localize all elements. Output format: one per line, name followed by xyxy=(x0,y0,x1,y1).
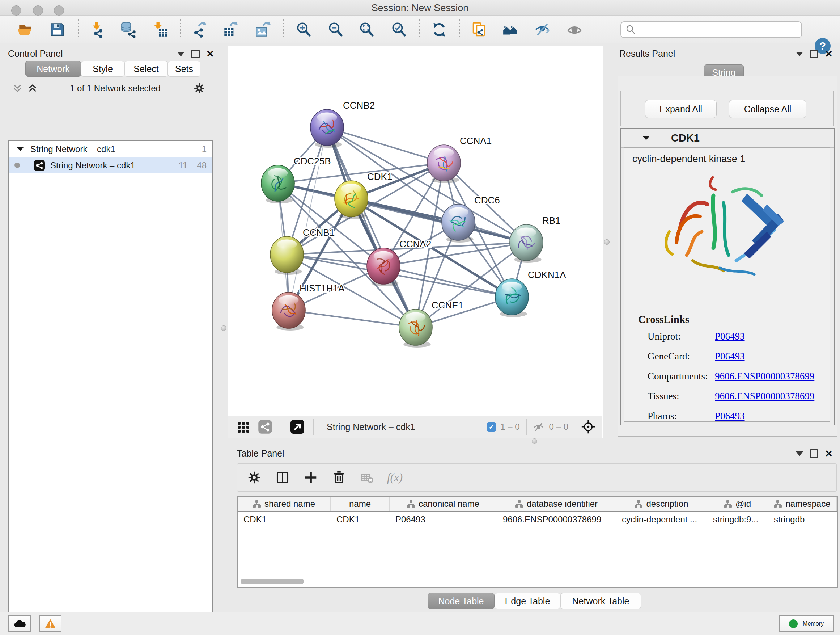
grid-view-icon[interactable] xyxy=(237,420,250,433)
tree-expand-icon[interactable] xyxy=(17,146,24,152)
node-label-HIST1H1A: HIST1H1A xyxy=(300,283,345,294)
automation-status-button[interactable] xyxy=(8,616,31,632)
open-session-button[interactable] xyxy=(16,21,34,39)
warnings-button[interactable] xyxy=(39,616,62,632)
add-column-icon[interactable] xyxy=(303,470,318,485)
panel-close-icon[interactable]: ✕ xyxy=(825,49,833,59)
tab-sets[interactable]: Sets xyxy=(168,61,201,77)
memory-button[interactable]: Memory xyxy=(779,616,834,632)
table-cell[interactable]: stringdb xyxy=(768,512,837,527)
column-header-shared-name[interactable]: shared name xyxy=(238,497,331,511)
edge-CCNB2-CCNE1[interactable] xyxy=(327,127,416,327)
panel-float-icon[interactable] xyxy=(810,449,818,458)
birdseye-view-icon[interactable] xyxy=(290,420,305,434)
right-splitter-handle[interactable] xyxy=(604,239,609,245)
table-cell[interactable]: CDK1 xyxy=(331,512,390,527)
panel-close-icon[interactable]: ✕ xyxy=(825,449,833,458)
zoom-in-button[interactable] xyxy=(295,21,313,39)
selected-checkbox-icon[interactable]: ✓ xyxy=(487,423,496,432)
import-network-database-button[interactable] xyxy=(119,21,137,39)
table-cell[interactable]: P06493 xyxy=(390,512,497,527)
hide-selected-button[interactable] xyxy=(533,21,551,39)
crosslink-link[interactable]: 9606.ENSP00000378699 xyxy=(715,391,814,402)
node-CDK1[interactable] xyxy=(335,181,368,219)
string-view-icon[interactable] xyxy=(258,420,272,434)
node-CDC6[interactable] xyxy=(442,204,475,242)
crosslink-link[interactable]: P06493 xyxy=(715,410,745,422)
node-CCNE1[interactable] xyxy=(399,309,432,348)
node-CCNB2[interactable] xyxy=(310,109,344,148)
gear-icon[interactable] xyxy=(193,82,206,95)
panel-float-icon[interactable] xyxy=(810,50,818,58)
delete-column-icon[interactable] xyxy=(332,470,347,485)
crosslink-row: Pharos:P06493 xyxy=(647,410,826,422)
crosslink-link[interactable]: P06493 xyxy=(715,331,745,342)
crosshair-icon[interactable] xyxy=(581,419,596,434)
table-gear-icon[interactable] xyxy=(247,470,262,485)
collapse-all-chevron-icon[interactable] xyxy=(27,83,38,94)
expand-all-chevron-icon[interactable] xyxy=(12,83,22,94)
cloud-icon xyxy=(13,619,26,628)
network-collection-row[interactable]: String Network – cdk1 1 xyxy=(9,141,212,157)
open-folder-icon xyxy=(17,21,34,38)
first-neighbors-button[interactable] xyxy=(470,21,488,39)
node-HIST1H1A[interactable] xyxy=(272,292,305,331)
search-input[interactable] xyxy=(638,23,796,35)
node-table: shared namenamecanonical namedatabase id… xyxy=(237,496,838,588)
show-columns-icon[interactable] xyxy=(275,470,290,485)
zoom-fit-button[interactable] xyxy=(358,21,376,39)
node-CCNB1[interactable] xyxy=(270,236,303,275)
edge-CCNE1-HIST1H1A[interactable] xyxy=(289,310,416,327)
table-cell[interactable]: CDK1 xyxy=(238,512,331,527)
left-splitter-handle[interactable] xyxy=(221,325,226,331)
column-header-canonical-name[interactable]: canonical name xyxy=(390,497,497,511)
tab-network[interactable]: Network xyxy=(25,61,81,77)
network-canvas[interactable]: CCNB2CCNA1CDC25BCDK1CDC6RB1CCNB1CCNA2CDK… xyxy=(228,46,602,416)
tab-style[interactable]: Style xyxy=(81,61,125,77)
edge-CCNB2-CCNA1[interactable] xyxy=(327,127,444,163)
entry-collapse-icon[interactable] xyxy=(642,135,650,141)
export-image-button[interactable] xyxy=(254,21,272,39)
node-CCNA1[interactable] xyxy=(427,145,461,183)
node-CDKN1A[interactable] xyxy=(495,279,529,317)
table-cell[interactable]: stringdb:9... xyxy=(707,512,768,527)
panel-menu-icon[interactable] xyxy=(177,52,185,57)
crosslink-link[interactable]: 9606.ENSP00000378699 xyxy=(715,371,814,382)
export-network-button[interactable] xyxy=(191,21,209,39)
network-row[interactable]: String Network – cdk1 11 48 xyxy=(9,157,212,173)
save-session-button[interactable] xyxy=(48,21,66,39)
collapse-all-button[interactable]: Collapse All xyxy=(729,100,806,118)
panel-float-icon[interactable] xyxy=(191,50,200,58)
show-all-views-button[interactable] xyxy=(501,21,519,39)
node-RB1[interactable] xyxy=(510,225,543,263)
show-hidden-button[interactable] xyxy=(565,21,584,39)
import-network-file-button[interactable] xyxy=(89,21,107,39)
table-cell[interactable]: cyclin-dependent ... xyxy=(616,512,707,527)
panel-close-icon[interactable]: ✕ xyxy=(206,49,214,59)
export-table-button[interactable] xyxy=(221,21,240,39)
cdk1-entry-header[interactable]: CDK1 xyxy=(621,128,834,148)
toolbar-separator xyxy=(180,19,181,40)
node-CDC25B[interactable] xyxy=(261,165,294,203)
column-type-icon xyxy=(407,500,415,508)
refresh-button[interactable] xyxy=(430,21,448,39)
column-header-database-identifier[interactable]: database identifier xyxy=(497,497,616,511)
horizontal-scrollbar[interactable] xyxy=(240,578,304,584)
table-panel-window-controls: ✕ xyxy=(796,449,833,458)
panel-menu-icon[interactable] xyxy=(796,52,803,57)
tab-edge-table[interactable]: Edge Table xyxy=(494,593,561,609)
crosslink-link[interactable]: P06493 xyxy=(715,351,745,362)
zoom-out-button[interactable] xyxy=(327,21,345,39)
zoom-selected-button[interactable] xyxy=(390,21,408,39)
column-header-@id[interactable]: @id xyxy=(707,497,768,511)
table-cell[interactable]: 9606.ENSP00000378699 xyxy=(497,512,616,527)
tab-network-table[interactable]: Network Table xyxy=(561,593,641,609)
column-header-namespace[interactable]: namespace xyxy=(768,497,837,511)
expand-all-button[interactable]: Expand All xyxy=(645,100,717,118)
column-header-name[interactable]: name xyxy=(331,497,390,511)
tab-select[interactable]: Select xyxy=(125,61,168,77)
column-header-description[interactable]: description xyxy=(616,497,707,511)
import-table-file-button[interactable] xyxy=(152,21,170,39)
tab-node-table[interactable]: Node Table xyxy=(428,593,494,609)
panel-menu-icon[interactable] xyxy=(796,451,803,456)
